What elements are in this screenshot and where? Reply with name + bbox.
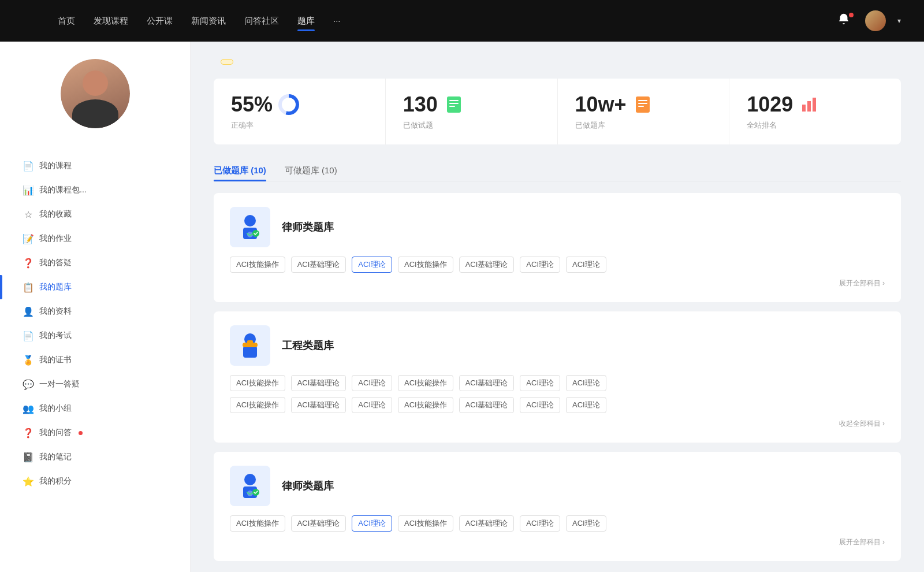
subject-tag[interactable]: ACI基础理论 [459,375,515,391]
nav-link[interactable]: 题库 [297,13,315,29]
subject-tag[interactable]: ACI技能操作 [398,257,453,273]
avatar[interactable] [865,10,886,31]
user-avatar [61,59,130,128]
svg-rect-3 [449,106,455,107]
subject-tag[interactable]: ACI基础理论 [291,375,346,391]
svg-rect-0 [447,96,461,113]
stat-item: 10w+已做题库 [558,79,730,144]
subject-tag[interactable]: ACI理论 [566,515,606,532]
sidebar-item[interactable]: 🏅我的证书 [12,348,178,372]
sidebar-item-icon: 📄 [23,330,33,341]
qbank-card: 律师类题库ACI技能操作ACI基础理论ACI理论ACI技能操作ACI基础理论AC… [214,193,901,302]
sidebar-item[interactable]: ❓我的问答 [12,421,178,445]
chevron-down-icon[interactable]: ▾ [897,17,901,25]
sidebar-item-icon: 📝 [23,233,33,244]
subject-tag[interactable]: ACI理论 [352,397,392,413]
sidebar-item-label: 我的笔记 [39,452,72,462]
sidebar-item-label: 我的证书 [39,355,72,365]
sidebar-item-label: 我的课程包... [39,185,87,195]
subject-tag[interactable]: ACI理论 [352,375,392,391]
sidebar-item[interactable]: 👥我的小组 [12,396,178,421]
subject-tag[interactable]: ACI技能操作 [230,515,285,532]
sidebar-item[interactable]: 📄我的课程 [12,154,178,178]
notification-bell[interactable] [837,13,854,29]
sidebar-item-label: 我的题库 [39,282,72,292]
subject-tag[interactable]: ACI理论 [520,257,560,273]
subject-tag[interactable]: ACI理论 [566,257,606,273]
subject-tag[interactable]: ACI基础理论 [291,257,346,273]
main-content: 55%正确率130已做试题10w+已做题库1029全站排名 已做题库 (10)可… [191,42,924,572]
sidebar-item-icon: 💬 [23,379,33,389]
nav-link[interactable]: 首页 [58,13,75,29]
svg-rect-5 [638,100,647,101]
sidebar-item-icon: 📓 [23,452,33,462]
sidebar-menu: 📄我的课程📊我的课程包...☆我的收藏📝我的作业❓我的答疑📋我的题库👤我的资料📄… [0,154,190,493]
sidebar-item[interactable]: 📓我的笔记 [12,445,178,469]
qbank-name: 律师类题库 [282,220,334,234]
stat-icon [278,94,299,115]
tags-row-2: ACI技能操作ACI基础理论ACI理论ACI技能操作ACI基础理论ACI理论AC… [230,397,885,413]
sidebar-item-icon: 👤 [23,306,33,317]
stat-label: 已做题库 [575,120,712,131]
nav-right: ▾ [826,10,901,31]
expand-link[interactable]: 收起全部科目 › [230,419,885,429]
subject-tag[interactable]: ACI理论 [566,397,606,413]
subject-tag[interactable]: ACI基础理论 [459,515,515,532]
qbank-card: 工程类题库ACI技能操作ACI基础理论ACI理论ACI技能操作ACI基础理论AC… [214,311,901,443]
subject-tag[interactable]: ACI技能操作 [398,375,453,391]
tab-item[interactable]: 可做题库 (10) [285,161,337,181]
page-header [214,59,901,65]
sidebar-item-label: 我的问答 [39,428,72,438]
subject-tag[interactable]: ACI理论 [520,375,560,391]
sidebar-item-label: 我的收藏 [39,209,72,220]
stat-item: 1029全站排名 [729,79,901,144]
sidebar-item[interactable]: 💬一对一答疑 [12,372,178,396]
expand-link[interactable]: 展开全部科目 › [230,278,885,288]
qbank-icon [230,466,270,506]
sidebar-item-label: 我的小组 [39,403,72,414]
subject-tag[interactable]: ACI理论 [352,257,392,273]
tab-item[interactable]: 已做题库 (10) [214,161,266,181]
stat-item: 55%正确率 [214,79,386,144]
subject-tag[interactable]: ACI基础理论 [459,257,515,273]
sidebar-item-label: 一对一答疑 [39,379,80,389]
sidebar-item[interactable]: 📋我的题库 [12,275,178,299]
nav-link[interactable]: 公开课 [147,13,173,29]
subject-tag[interactable]: ACI技能操作 [398,515,453,532]
qbank-header: 律师类题库 [230,207,885,247]
sidebar-item-icon: ❓ [23,428,33,438]
sidebar-item[interactable]: ☆我的收藏 [12,202,178,226]
notification-dot [79,431,83,435]
sidebar-item[interactable]: 📝我的作业 [12,226,178,251]
subject-tag[interactable]: ACI理论 [520,515,560,532]
nav-link[interactable]: ··· [333,13,341,29]
nav-link[interactable]: 新闻资讯 [191,13,226,29]
expand-link[interactable]: 展开全部科目 › [230,537,885,547]
subject-tag[interactable]: ACI技能操作 [398,397,453,413]
subject-tag[interactable]: ACI基础理论 [291,397,346,413]
sidebar-item[interactable]: ❓我的答疑 [12,251,178,275]
stat-value: 10w+ [575,92,627,117]
svg-rect-1 [449,100,459,101]
sidebar-item[interactable]: 📊我的课程包... [12,178,178,202]
sidebar-item-icon: 📋 [23,282,33,292]
subject-tag[interactable]: ACI基础理论 [291,515,346,532]
nav-link[interactable]: 发现课程 [94,13,128,29]
subject-tag[interactable]: ACI理论 [520,397,560,413]
nav-links: 首页发现课程公开课新闻资讯问答社区题库··· [58,13,803,29]
qbank-header: 工程类题库 [230,325,885,366]
subject-tag[interactable]: ACI技能操作 [230,397,285,413]
qbank-icon [230,207,270,247]
subject-tag[interactable]: ACI理论 [352,515,392,532]
sidebar-item[interactable]: ⭐我的积分 [12,469,178,493]
subject-tag[interactable]: ACI技能操作 [230,375,285,391]
sidebar-item[interactable]: 📄我的考试 [12,324,178,348]
svg-point-19 [244,474,256,485]
subject-tag[interactable]: ACI理论 [566,375,606,391]
sidebar-item[interactable]: 👤我的资料 [12,299,178,324]
nav-link[interactable]: 问答社区 [244,13,279,29]
subject-tag[interactable]: ACI技能操作 [230,257,285,273]
qbank-icon [230,325,270,366]
lawyer-icon [236,471,264,500]
subject-tag[interactable]: ACI基础理论 [459,397,515,413]
